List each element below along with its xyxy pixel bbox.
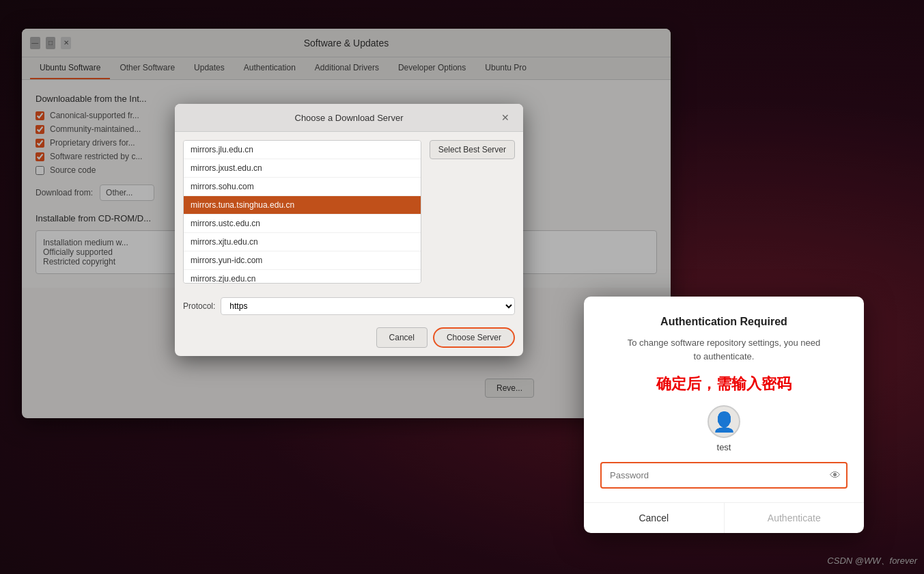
server-item-ustc[interactable]: mirrors.ustc.edu.cn bbox=[184, 215, 421, 233]
server-item-zju[interactable]: mirrors.zju.edu.cn bbox=[184, 270, 421, 284]
server-item-jlu[interactable]: mirrors.jlu.edu.cn bbox=[184, 141, 421, 159]
csdn-watermark: CSDN @WW、forever bbox=[827, 555, 917, 567]
auth-annotation: 确定后，需输入密码 bbox=[600, 374, 848, 394]
auth-avatar-section: 👤 test bbox=[600, 405, 848, 452]
password-field-container: 👁 bbox=[600, 462, 848, 489]
server-item-tuna[interactable]: mirrors.tuna.tsinghua.edu.cn bbox=[184, 196, 421, 215]
server-item-yun-idc[interactable]: mirrors.yun-idc.com bbox=[184, 251, 421, 270]
dialog-actions: Cancel Choose Server bbox=[175, 320, 523, 356]
auth-cancel-button[interactable]: Cancel bbox=[584, 503, 725, 533]
server-item-xjtu[interactable]: mirrors.xjtu.edu.cn bbox=[184, 233, 421, 251]
auth-description: To change software repository settings, … bbox=[600, 336, 848, 363]
password-input[interactable] bbox=[600, 462, 848, 489]
protocol-row: Protocol: https http ftp bbox=[175, 292, 523, 320]
authenticate-button[interactable]: Authenticate bbox=[725, 503, 865, 533]
download-dialog-title: Choose a Download Server bbox=[199, 113, 499, 123]
select-best-server-button[interactable]: Select Best Server bbox=[430, 140, 515, 159]
choose-server-button[interactable]: Choose Server bbox=[433, 327, 515, 348]
auth-title: Authentication Required bbox=[600, 316, 848, 328]
auth-username: test bbox=[717, 442, 731, 452]
protocol-select[interactable]: https http ftp bbox=[221, 297, 515, 315]
download-dialog-body: mirrors.jlu.edu.cn mirrors.jxust.edu.cn … bbox=[175, 132, 523, 292]
server-item-jxust[interactable]: mirrors.jxust.edu.cn bbox=[184, 159, 421, 178]
avatar-icon: 👤 bbox=[712, 411, 736, 433]
eye-icon[interactable]: 👁 bbox=[830, 469, 841, 482]
auth-body: Authentication Required To change softwa… bbox=[584, 297, 864, 452]
server-list: mirrors.jlu.edu.cn mirrors.jxust.edu.cn … bbox=[183, 140, 421, 284]
download-dialog-title-bar: Choose a Download Server ✕ bbox=[175, 104, 523, 132]
server-item-sohu[interactable]: mirrors.sohu.com bbox=[184, 178, 421, 196]
download-dialog-close-button[interactable]: ✕ bbox=[499, 111, 512, 124]
avatar-circle: 👤 bbox=[708, 405, 740, 438]
auth-actions: Cancel Authenticate bbox=[584, 502, 864, 533]
download-server-dialog: Choose a Download Server ✕ mirrors.jlu.e… bbox=[175, 104, 523, 356]
protocol-label: Protocol: bbox=[183, 301, 215, 311]
dialog-right-panel: Select Best Server bbox=[421, 140, 515, 284]
auth-dialog: Authentication Required To change softwa… bbox=[584, 297, 864, 533]
cancel-button[interactable]: Cancel bbox=[376, 327, 428, 348]
